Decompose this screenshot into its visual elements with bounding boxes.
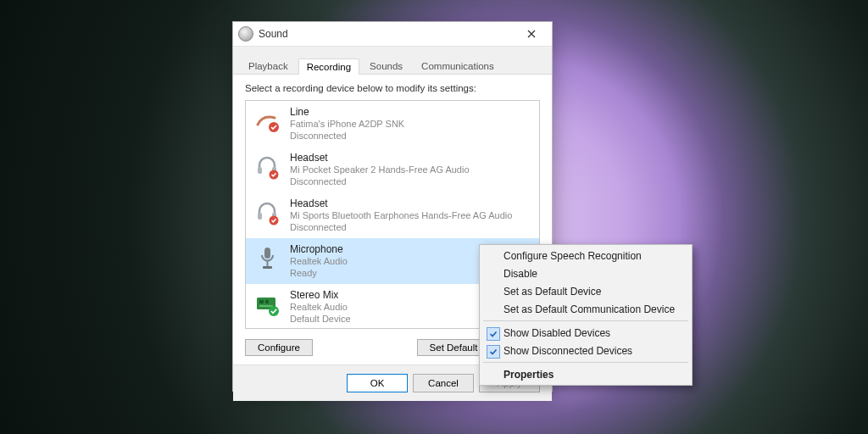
svg-rect-13	[259, 305, 273, 307]
device-status: Disconnected	[290, 175, 532, 187]
svg-rect-4	[258, 213, 262, 220]
tab-communications[interactable]: Communications	[413, 58, 503, 74]
device-sub: Realtek Audio	[290, 255, 509, 267]
check-icon	[487, 345, 500, 359]
menu-set-default-comm[interactable]: Set as Default Communication Device	[481, 300, 690, 318]
tab-playback[interactable]: Playback	[240, 58, 297, 74]
ok-button[interactable]: OK	[347, 374, 408, 392]
menu-label: Show Disabled Devices	[504, 327, 610, 339]
svg-rect-1	[258, 167, 262, 174]
device-name: Headset	[290, 198, 532, 209]
device-name: Microphone	[290, 243, 509, 255]
device-info: Headset Mi Pocket Speaker 2 Hands-Free A…	[290, 152, 532, 187]
close-icon	[527, 30, 536, 38]
headset-icon	[253, 198, 281, 226]
menu-set-default[interactable]: Set as Default Device	[481, 282, 690, 300]
menu-show-disabled[interactable]: Show Disabled Devices	[481, 324, 690, 342]
device-info: Microphone Realtek Audio Ready	[290, 243, 509, 279]
cancel-button[interactable]: Cancel	[413, 374, 474, 392]
device-name: Line	[290, 106, 532, 118]
instruction-text: Select a recording device below to modif…	[245, 83, 540, 93]
device-name: Headset	[290, 152, 532, 164]
device-sub: Mi Sports Bluetooth Earphones Hands-Free…	[290, 209, 532, 221]
menu-properties[interactable]: Properties	[481, 365, 690, 383]
check-icon	[487, 327, 500, 341]
line-in-icon	[253, 106, 281, 135]
svg-rect-9	[263, 266, 272, 269]
device-sub: Mi Pocket Speaker 2 Hands-Free AG Audio	[290, 164, 532, 175]
context-menu: Configure Speech Recognition Disable Set…	[479, 244, 693, 386]
configure-button[interactable]: Configure	[245, 339, 313, 356]
menu-configure-speech[interactable]: Configure Speech Recognition	[481, 247, 690, 264]
svg-rect-12	[265, 300, 269, 303]
menu-show-disconnected[interactable]: Show Disconnected Devices	[481, 342, 690, 359]
device-status: Ready	[290, 267, 509, 279]
tab-recording[interactable]: Recording	[298, 58, 359, 75]
menu-label: Show Disconnected Devices	[504, 345, 632, 357]
svg-point-14	[269, 306, 279, 316]
device-status: Disconnected	[290, 221, 532, 233]
headset-icon	[253, 152, 281, 181]
device-status: Disconnected	[290, 130, 532, 142]
device-info: Line Fatima's iPhone A2DP SNK Disconnect…	[290, 106, 532, 142]
menu-disable[interactable]: Disable	[481, 264, 690, 282]
soundcard-icon	[253, 289, 281, 318]
device-info: Headset Mi Sports Bluetooth Earphones Ha…	[290, 198, 532, 233]
device-sub: Fatima's iPhone A2DP SNK	[290, 118, 532, 130]
microphone-icon	[253, 243, 281, 272]
tab-strip: Playback Recording Sounds Communications	[233, 47, 552, 75]
close-button[interactable]	[516, 25, 547, 43]
svg-rect-7	[264, 248, 270, 259]
titlebar: Sound	[233, 22, 552, 47]
device-row[interactable]: Headset Mi Pocket Speaker 2 Hands-Free A…	[246, 147, 539, 192]
sound-icon	[238, 26, 253, 42]
menu-separator	[483, 320, 688, 321]
device-row[interactable]: Line Fatima's iPhone A2DP SNK Disconnect…	[246, 101, 539, 147]
menu-separator	[483, 362, 688, 363]
svg-rect-11	[259, 300, 264, 303]
device-row[interactable]: Headset Mi Sports Bluetooth Earphones Ha…	[246, 192, 539, 238]
window-title: Sound	[259, 28, 516, 40]
tab-sounds[interactable]: Sounds	[361, 58, 411, 74]
